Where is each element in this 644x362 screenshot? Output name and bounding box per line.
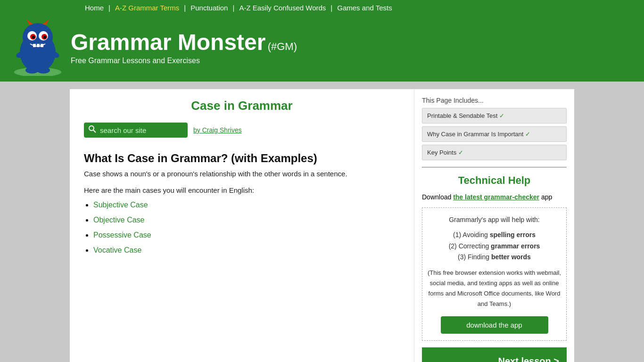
next-lesson-label: Next lesson > xyxy=(498,356,559,362)
why-important-btn[interactable]: Why Case in Grammar Is Important✓ xyxy=(422,126,567,142)
list-item: Vocative Case xyxy=(93,246,400,255)
site-hashtag: (#GM) xyxy=(268,41,297,52)
author-link[interactable]: by Craig Shrives xyxy=(193,126,242,134)
list-item: Possessive Case xyxy=(93,231,400,239)
printable-test-btn[interactable]: Printable & Sendable Test✓ xyxy=(422,108,567,123)
svg-line-19 xyxy=(93,130,96,132)
search-input[interactable] xyxy=(100,126,175,134)
nav-games[interactable]: Games and Tests xyxy=(337,4,392,12)
check-icon-3: ✓ xyxy=(458,149,463,156)
vocative-case-link[interactable]: Vocative Case xyxy=(93,246,141,254)
svg-point-16 xyxy=(25,67,39,74)
svg-point-7 xyxy=(32,36,35,39)
svg-point-17 xyxy=(37,67,50,74)
page-title: Case in Grammar xyxy=(84,99,400,113)
svg-point-8 xyxy=(43,36,46,39)
site-tagline: Free Grammar Lessons and Exercises xyxy=(71,57,297,65)
tech-help-title: Technical Help xyxy=(422,174,567,187)
monster-logo xyxy=(9,19,66,76)
svg-rect-11 xyxy=(33,44,36,47)
grammarly-note: (This free browser extension works with … xyxy=(427,268,561,309)
nav-sep-1: | xyxy=(108,4,110,12)
grammarly-link[interactable]: the latest grammar-checker xyxy=(453,193,539,201)
nav-sep-4: | xyxy=(330,4,332,12)
article-intro: Case shows a noun's or a pronoun's relat… xyxy=(84,170,400,178)
article-subtext: Here are the main cases you will encount… xyxy=(84,186,400,194)
article-heading: What Is Case in Grammar? (with Examples) xyxy=(84,152,400,165)
key-points-btn[interactable]: Key Points✓ xyxy=(422,145,567,160)
svg-point-18 xyxy=(89,126,94,131)
nav-home[interactable]: Home xyxy=(85,4,104,12)
grammarly-intro: Download the latest grammar-checker app xyxy=(422,193,567,201)
list-item: Objective Case xyxy=(93,216,400,224)
check-icon-1: ✓ xyxy=(499,112,504,119)
cases-list: Subjective Case Objective Case Possessiv… xyxy=(84,201,400,255)
grammarly-point2: (2) Correcting grammar errors xyxy=(427,241,561,252)
nav-punctuation[interactable]: Punctuation xyxy=(190,4,228,12)
nav-sep-2: | xyxy=(184,4,186,12)
this-page-label: This Page Includes... xyxy=(422,97,567,104)
svg-rect-12 xyxy=(37,44,40,47)
nav-sep-3: | xyxy=(232,4,234,12)
download-app-button[interactable]: download the app xyxy=(441,316,548,334)
svg-marker-9 xyxy=(26,19,33,25)
grammarly-point1: (1) Avoiding spelling errors xyxy=(427,230,561,241)
objective-case-link[interactable]: Objective Case xyxy=(93,216,145,224)
svg-marker-10 xyxy=(42,19,49,25)
grammarly-box-line1: Grammarly's app will help with: xyxy=(427,214,561,226)
search-icon xyxy=(89,125,96,135)
subjective-case-link[interactable]: Subjective Case xyxy=(93,201,148,209)
next-lesson-bar[interactable]: Next lesson > xyxy=(422,347,567,362)
nav-confused[interactable]: A-Z Easily Confused Words xyxy=(239,4,326,12)
site-title: Grammar Monster xyxy=(71,30,265,55)
grammarly-point3: (3) Finding better words xyxy=(427,252,561,263)
search-bar-wrapper[interactable] xyxy=(84,123,188,138)
check-icon-2: ✓ xyxy=(525,131,530,138)
list-item: Subjective Case xyxy=(93,201,400,209)
nav-az-grammar[interactable]: A-Z Grammar Terms xyxy=(115,4,179,12)
grammarly-box: Grammarly's app will help with: (1) Avoi… xyxy=(422,207,567,341)
svg-rect-13 xyxy=(41,44,43,47)
possessive-case-link[interactable]: Possessive Case xyxy=(93,231,151,239)
